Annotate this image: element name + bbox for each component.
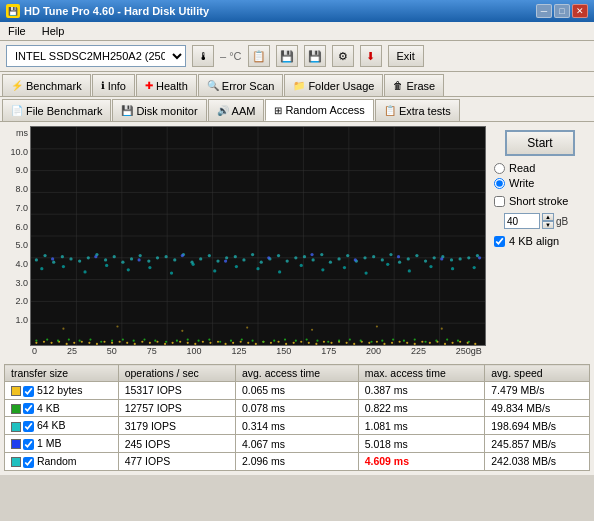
- row-checkbox-3[interactable]: [23, 439, 34, 450]
- svg-point-41: [202, 341, 204, 343]
- main-content: ms 10.0 9.0 8.0 7.0 6.0 5.0 4.0 3.0 2.0 …: [0, 122, 594, 360]
- tab-benchmark[interactable]: ⚡ Benchmark: [2, 74, 91, 96]
- svg-point-114: [424, 341, 426, 343]
- svg-point-90: [165, 341, 167, 343]
- tab-extra-tests[interactable]: 📋 Extra tests: [375, 99, 460, 121]
- col-header-max-access: max. access time: [358, 365, 485, 382]
- svg-point-47: [247, 342, 249, 344]
- tab-bar-row1: ⚡ Benchmark ℹ Info ✚ Health 🔍 Error Scan…: [0, 72, 594, 97]
- svg-point-27: [96, 343, 98, 345]
- menu-help[interactable]: Help: [38, 24, 69, 38]
- svg-point-29: [111, 342, 113, 344]
- svg-point-98: [252, 340, 254, 342]
- tab-folder-usage[interactable]: 📁 Folder Usage: [284, 74, 383, 96]
- tab-disk-monitor[interactable]: 💾 Disk monitor: [112, 99, 206, 121]
- spinner-up[interactable]: ▲: [542, 213, 554, 221]
- svg-point-142: [234, 255, 237, 258]
- menu-bar: File Help: [0, 22, 594, 41]
- svg-point-110: [381, 340, 383, 342]
- svg-point-109: [370, 341, 372, 343]
- exit-button[interactable]: Exit: [388, 45, 424, 67]
- toolbar-icon-4[interactable]: ⚙: [332, 45, 354, 67]
- tab-info[interactable]: ℹ Info: [92, 74, 135, 96]
- write-radio-label[interactable]: Write: [494, 177, 590, 189]
- svg-point-117: [457, 340, 459, 342]
- svg-point-66: [391, 342, 393, 344]
- svg-point-40: [194, 343, 196, 345]
- svg-point-54: [300, 341, 302, 343]
- svg-point-60: [346, 342, 348, 344]
- menu-file[interactable]: File: [4, 24, 30, 38]
- row-checkbox-4[interactable]: [23, 457, 34, 468]
- svg-point-31: [126, 342, 128, 344]
- spinner-down[interactable]: ▼: [542, 221, 554, 229]
- svg-point-83: [89, 338, 91, 340]
- svg-point-149: [294, 256, 297, 259]
- kb-align-checkbox[interactable]: [494, 236, 505, 247]
- window-controls[interactable]: ─ □ ✕: [536, 4, 588, 18]
- svg-point-139: [208, 254, 211, 257]
- x-axis: 0 25 50 75 100 125 150 175 200 225 250gB: [4, 346, 486, 356]
- read-radio-label[interactable]: Read: [494, 162, 590, 174]
- svg-point-189: [192, 263, 195, 266]
- short-stroke-label[interactable]: Short stroke: [494, 195, 590, 207]
- svg-point-113: [414, 338, 416, 340]
- svg-point-25: [81, 341, 83, 343]
- toolbar-icon-2[interactable]: 💾: [276, 45, 298, 67]
- gb-spinner-input[interactable]: [504, 213, 540, 229]
- svg-point-34: [149, 342, 151, 344]
- svg-point-102: [295, 340, 297, 342]
- thermometer-icon[interactable]: 🌡: [192, 45, 214, 67]
- svg-point-182: [40, 267, 43, 270]
- svg-point-56: [315, 343, 317, 345]
- tab-erase[interactable]: 🗑 Erase: [384, 74, 444, 96]
- svg-point-208: [376, 325, 378, 327]
- window-title: HD Tune Pro 4.60 - Hard Disk Utility: [24, 5, 209, 17]
- svg-point-152: [320, 253, 323, 256]
- row-checkbox-0[interactable]: [23, 386, 34, 397]
- app-icon: 💾: [6, 4, 20, 18]
- cell-max-access: 0.822 ms: [358, 399, 485, 417]
- tab-random-access[interactable]: ⊞ Random Access: [265, 99, 373, 121]
- svg-point-45: [232, 342, 234, 344]
- tab-aam[interactable]: 🔊 AAM: [208, 99, 265, 121]
- kb-align-label[interactable]: 4 KB align: [494, 235, 590, 247]
- svg-point-124: [78, 259, 81, 262]
- tab-file-benchmark[interactable]: 📄 File Benchmark: [2, 99, 111, 121]
- svg-point-193: [278, 270, 281, 273]
- start-button[interactable]: Start: [505, 130, 575, 156]
- svg-point-194: [300, 264, 303, 267]
- svg-point-61: [353, 343, 355, 345]
- write-radio[interactable]: [494, 178, 505, 189]
- toolbar-icon-5[interactable]: ⬇: [360, 45, 382, 67]
- svg-point-190: [213, 269, 216, 272]
- svg-point-175: [224, 259, 227, 262]
- cell-transfer: 1 MB: [5, 435, 119, 453]
- svg-point-85: [111, 340, 113, 342]
- short-stroke-checkbox[interactable]: [494, 196, 505, 207]
- svg-point-123: [69, 257, 72, 260]
- close-button[interactable]: ✕: [572, 4, 588, 18]
- svg-point-19: [35, 342, 37, 344]
- svg-point-163: [415, 254, 418, 257]
- svg-point-118: [468, 341, 470, 343]
- tab-health[interactable]: ✚ Health: [136, 74, 197, 96]
- cell-avg-speed: 245.857 MB/s: [485, 435, 590, 453]
- minimize-button[interactable]: ─: [536, 4, 552, 18]
- svg-point-111: [392, 338, 394, 340]
- svg-point-39: [187, 342, 189, 344]
- svg-point-203: [62, 328, 64, 330]
- svg-point-91: [176, 340, 178, 342]
- svg-point-69: [414, 343, 416, 345]
- tab-error-scan[interactable]: 🔍 Error Scan: [198, 74, 284, 96]
- svg-point-87: [133, 340, 135, 342]
- svg-point-202: [473, 266, 476, 269]
- toolbar-icon-3[interactable]: 💾: [304, 45, 326, 67]
- toolbar-icon-1[interactable]: 📋: [248, 45, 270, 67]
- row-checkbox-1[interactable]: [23, 403, 34, 414]
- row-checkbox-2[interactable]: [23, 421, 34, 432]
- drive-select[interactable]: INTEL SSDSC2MH250A2 (250 GB): [6, 45, 186, 67]
- read-radio[interactable]: [494, 163, 505, 174]
- svg-point-200: [429, 265, 432, 268]
- maximize-button[interactable]: □: [554, 4, 570, 18]
